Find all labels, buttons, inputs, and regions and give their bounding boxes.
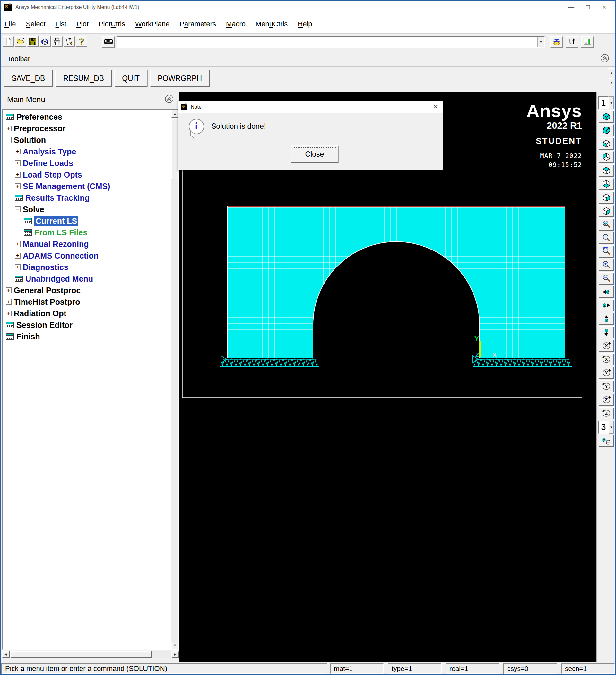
collapse-minus-icon[interactable]: − <box>15 207 20 212</box>
contact-manager-icon[interactable] <box>581 36 594 48</box>
toolbar-collapse-icon[interactable] <box>600 54 610 63</box>
tree-item-general-postproc[interactable]: +General Postproc <box>3 285 169 296</box>
command-history-dropdown[interactable]: ▾ <box>537 36 544 47</box>
zoom-in-button[interactable] <box>599 259 614 271</box>
front-view-button[interactable] <box>599 137 614 150</box>
collapse-minus-icon[interactable]: − <box>6 137 12 143</box>
main-menu-horizontal-scrollbar[interactable]: ◀ ▶ <box>2 651 179 658</box>
expand-plus-icon[interactable]: + <box>6 126 12 131</box>
tree-item-analysis-type[interactable]: +Analysis Type <box>3 146 169 157</box>
toolbar-button-resum-db[interactable]: RESUM_DB <box>55 70 112 87</box>
menu-file[interactable]: File <box>4 20 16 28</box>
menu-parameters[interactable]: Parameters <box>179 20 216 28</box>
expand-plus-icon[interactable]: + <box>6 299 12 305</box>
pan-up-button[interactable] <box>599 313 614 325</box>
fit-view-button[interactable] <box>599 218 614 231</box>
zoom-window-button[interactable] <box>599 232 614 244</box>
report-generator-icon[interactable] <box>64 36 75 47</box>
raise-hidden-icon[interactable] <box>550 36 563 48</box>
expand-plus-icon[interactable]: + <box>15 241 20 247</box>
zoom-out-button[interactable] <box>599 272 614 285</box>
rotate-y-pos-button[interactable]: Y <box>599 367 614 379</box>
right-view-button[interactable] <box>599 192 614 204</box>
rotate-z-neg-button[interactable]: Z <box>599 407 614 420</box>
pan-down-button[interactable] <box>599 326 614 339</box>
oblique-view-button[interactable] <box>599 124 614 136</box>
rotate-x-neg-button[interactable]: X <box>599 353 614 365</box>
tree-item-preprocessor[interactable]: +Preprocessor <box>3 123 169 134</box>
tree-item-se-management-cms[interactable]: +SE Management (CMS) <box>3 180 169 192</box>
expand-plus-icon[interactable]: + <box>15 160 20 166</box>
tree-item-from-ls-files[interactable]: From LS Files <box>3 227 169 238</box>
tree-item-unabridged-menu[interactable]: Unabridged Menu <box>3 273 169 285</box>
tree-item-load-step-opts[interactable]: +Load Step Opts <box>3 169 169 180</box>
note-dialog-titlebar[interactable]: Note × <box>178 101 443 113</box>
expand-plus-icon[interactable]: + <box>6 287 12 293</box>
tree-item-session-editor[interactable]: Session Editor <box>3 319 169 331</box>
keyboard-icon[interactable] <box>102 36 115 48</box>
close-button[interactable]: × <box>596 0 613 14</box>
help-icon[interactable]: ? <box>76 36 87 47</box>
reset-icon[interactable] <box>39 36 51 47</box>
expand-plus-icon[interactable]: + <box>15 253 20 258</box>
minimize-button[interactable]: — <box>563 0 580 14</box>
tree-item-solution[interactable]: −Solution <box>3 134 169 146</box>
menu-macro[interactable]: Macro <box>226 20 246 28</box>
rotate-y-neg-button[interactable]: Y <box>599 380 614 392</box>
dropdown-arrow-icon[interactable]: ▾ <box>609 96 614 109</box>
menu-workplane[interactable]: WorkPlane <box>135 20 169 28</box>
dropdown-arrow-icon[interactable]: ▾ <box>609 421 614 434</box>
command-input[interactable] <box>118 36 537 47</box>
expand-plus-icon[interactable]: + <box>6 310 12 316</box>
save-icon[interactable] <box>27 36 38 47</box>
print-icon[interactable] <box>51 36 63 47</box>
reset-picking-icon[interactable] <box>565 36 579 48</box>
tree-item-results-tracking[interactable]: Results Tracking <box>3 192 169 204</box>
toolbar-button-quit[interactable]: QUIT <box>114 70 147 87</box>
menu-plotctrls[interactable]: PlotCtrls <box>98 20 125 28</box>
tree-item-diagnostics[interactable]: +Diagnostics <box>3 261 169 273</box>
tree-item-solve[interactable]: −Solve <box>3 204 169 215</box>
new-analysis-icon[interactable] <box>3 36 14 47</box>
rotate-x-pos-button[interactable]: X <box>599 340 614 352</box>
menu-plot[interactable]: Plot <box>76 20 89 28</box>
pan-left-button[interactable] <box>599 286 614 298</box>
unzoom-button[interactable] <box>599 245 614 257</box>
tree-item-define-loads[interactable]: +Define Loads <box>3 157 169 169</box>
dynamic-mode-button[interactable] <box>599 435 614 447</box>
tree-item-preferences[interactable]: Preferences <box>3 111 169 123</box>
bottom-view-button[interactable] <box>599 178 614 190</box>
tree-item-adams-connection[interactable]: +ADAMS Connection <box>3 250 169 261</box>
tree-item-manual-rezoning[interactable]: +Manual Rezoning <box>3 238 169 250</box>
top-view-button[interactable] <box>599 164 614 176</box>
expand-plus-icon[interactable]: + <box>15 149 20 154</box>
iso-view-button[interactable] <box>599 110 614 123</box>
plot-window-select[interactable]: 1▾ <box>598 96 614 109</box>
scroll-down-icon[interactable]: ▼ <box>171 642 178 649</box>
menu-list[interactable]: List <box>56 20 66 28</box>
toolbar-scroll-up[interactable]: ▲ <box>608 68 615 77</box>
expand-plus-icon[interactable]: + <box>15 183 20 189</box>
maximize-button[interactable]: □ <box>580 0 596 14</box>
menu-menuctrls[interactable]: MenuCtrls <box>255 20 288 28</box>
main-menu-collapse-icon[interactable] <box>164 94 174 104</box>
tree-item-radiation-opt[interactable]: +Radiation Opt <box>3 308 169 319</box>
rotate-rate-select[interactable]: 3▾ <box>598 421 614 434</box>
pan-right-button[interactable] <box>599 299 614 311</box>
expand-plus-icon[interactable]: + <box>15 172 20 177</box>
tree-item-finish[interactable]: Finish <box>3 331 169 342</box>
scroll-left-icon[interactable]: ◀ <box>2 651 10 658</box>
toolbar-scroll-down[interactable]: ▼ <box>608 78 615 87</box>
scrollbar-thumb[interactable] <box>10 651 152 658</box>
dialog-close-icon[interactable]: × <box>433 102 438 111</box>
rotate-z-pos-button[interactable]: Z <box>599 394 614 406</box>
back-view-button[interactable] <box>599 151 614 163</box>
dialog-close-button[interactable]: Close <box>291 145 338 163</box>
tree-item-current-ls[interactable]: Current LS <box>3 215 169 227</box>
main-menu-vertical-scrollbar[interactable]: ▲ ▼ <box>171 110 178 649</box>
tree-item-timehist-postpro[interactable]: +TimeHist Postpro <box>3 296 169 308</box>
menu-select[interactable]: Select <box>26 20 45 28</box>
left-view-button[interactable] <box>599 205 614 217</box>
open-file-icon[interactable] <box>15 36 26 47</box>
toolbar-button-powrgrph[interactable]: POWRGRPH <box>150 70 210 87</box>
